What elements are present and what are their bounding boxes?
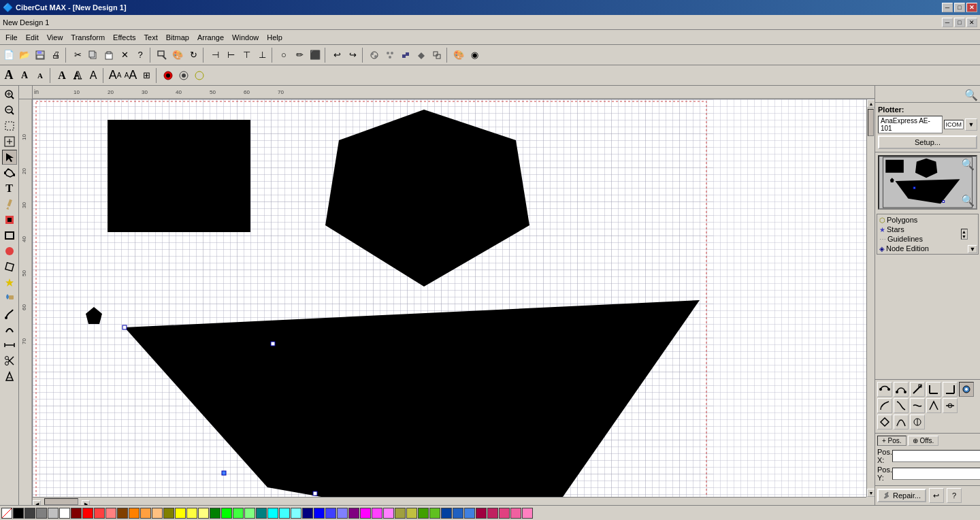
swatch-gray[interactable]	[36, 508, 47, 519]
swatch-olive[interactable]	[163, 508, 174, 519]
swatch-pale-green[interactable]	[244, 508, 255, 519]
text-tool[interactable]: T	[2, 181, 17, 196]
repair-button[interactable]: Repair...	[877, 489, 926, 502]
trim-btn[interactable]	[429, 48, 444, 63]
swatch-light-red[interactable]	[94, 508, 105, 519]
inner-close-button[interactable]: ✕	[966, 18, 977, 27]
zoom-full-tool[interactable]	[2, 134, 17, 149]
undo-btn[interactable]: ↩	[329, 48, 344, 63]
swatch-black[interactable]	[13, 508, 24, 519]
zoom-out-preview[interactable]: 🔍	[961, 194, 975, 207]
pos-x-input[interactable]	[892, 450, 980, 462]
swatch-blue[interactable]	[314, 508, 325, 519]
align-top[interactable]: ⊤	[239, 48, 254, 63]
new-btn[interactable]: 📄	[1, 48, 16, 63]
circle-btn[interactable]: ○	[276, 48, 291, 63]
paint-bucket-tool[interactable]	[2, 291, 17, 306]
plotter-dropdown-btn[interactable]: ▼	[965, 118, 977, 131]
swatch-pale-magenta[interactable]	[383, 508, 394, 519]
special-btn[interactable]: ◉	[467, 48, 482, 63]
setup-button[interactable]: Setup...	[878, 135, 977, 149]
color-btn[interactable]: 🎨	[170, 48, 185, 63]
swatch-teal[interactable]	[256, 508, 267, 519]
zoom-out-tool[interactable]	[2, 103, 17, 118]
redo-btn[interactable]: ↪	[345, 48, 360, 63]
hscroll-left[interactable]: ◀	[33, 500, 41, 505]
help-repair-btn[interactable]: ?	[947, 488, 962, 503]
swatch-brown[interactable]	[117, 508, 128, 519]
swatch-yellow-green2[interactable]	[406, 508, 417, 519]
text-A-sans[interactable]: A	[86, 68, 101, 83]
swatch-sky[interactable]	[464, 508, 475, 519]
text-size-large[interactable]: AA	[108, 68, 122, 83]
menu-view[interactable]: View	[43, 32, 67, 43]
swatch-light-orange[interactable]	[140, 508, 151, 519]
canvas-area[interactable]	[33, 99, 866, 497]
tree-item-polygons[interactable]: ⬡ Polygons	[878, 215, 961, 225]
combine-btn[interactable]	[398, 48, 413, 63]
menu-edit[interactable]: Edit	[22, 32, 43, 43]
swatch-cobalt2[interactable]	[453, 508, 463, 519]
menu-bitmap[interactable]: Bitmap	[162, 32, 193, 43]
swatch-orange[interactable]	[129, 508, 140, 519]
swatch-cyan[interactable]	[267, 508, 278, 519]
ungroup-btn[interactable]	[382, 48, 397, 63]
save-btn[interactable]	[33, 48, 48, 63]
color-swatch-none[interactable]	[1, 508, 12, 519]
vscroll-down[interactable]: ▼	[867, 489, 875, 497]
text-A-outline[interactable]: A	[70, 68, 85, 83]
swatch-light-yellow[interactable]	[186, 508, 197, 519]
align-right[interactable]: ⊢	[223, 48, 238, 63]
swatch-red[interactable]	[82, 508, 93, 519]
minimize-button[interactable]: ─	[942, 3, 953, 12]
contour3-btn[interactable]	[192, 68, 207, 83]
vscroll-up[interactable]: ▲	[867, 99, 875, 108]
pos-tab-pos[interactable]: + Pos.	[877, 436, 906, 446]
design-canvas[interactable]	[33, 99, 713, 497]
node-btn-13[interactable]	[894, 415, 909, 429]
node-tool[interactable]	[2, 165, 17, 180]
paste-btn[interactable]	[101, 48, 116, 63]
node-btn-10[interactable]	[926, 398, 941, 413]
color-palette-btn[interactable]: 🎨	[451, 48, 466, 63]
swatch-lime2[interactable]	[429, 508, 440, 519]
swatch-magenta[interactable]	[360, 508, 371, 519]
hscroll-right[interactable]: ▶	[82, 500, 90, 505]
swatch-dark-red[interactable]	[71, 508, 82, 519]
tree-item-node-edition[interactable]: ◈ Node Edition	[878, 244, 961, 253]
swatch-pale-cyan[interactable]	[291, 508, 301, 519]
node-btn-5[interactable]	[943, 382, 958, 397]
tree-dropdown[interactable]: ▼	[968, 245, 977, 253]
swatch-peach[interactable]	[152, 508, 163, 519]
swatch-pink[interactable]	[499, 508, 510, 519]
align-bottom[interactable]: ⊥	[255, 48, 270, 63]
menu-window[interactable]: Window	[228, 32, 263, 43]
zoom-in-right[interactable]: 🔍	[964, 87, 979, 102]
swatch-light-pink[interactable]	[522, 508, 533, 519]
rotate-btn[interactable]: ↻	[186, 48, 201, 63]
tree-scrollbar[interactable]: ▲ ▼	[961, 229, 968, 240]
grid-btn[interactable]: ⊞	[139, 68, 154, 83]
node-btn-1[interactable]	[877, 382, 892, 397]
polygon-tool[interactable]	[2, 259, 17, 274]
fill-btn[interactable]: ⬛	[308, 48, 323, 63]
font-A-small[interactable]: A	[33, 68, 48, 83]
canvas-inner[interactable]	[33, 99, 866, 497]
swatch-green[interactable]	[221, 508, 232, 519]
pen-btn[interactable]: ✏	[292, 48, 307, 63]
swatch-yellow-green[interactable]	[395, 508, 406, 519]
weld-tool[interactable]	[2, 369, 17, 384]
node-btn-2[interactable]	[894, 382, 909, 397]
tree-scroll-down[interactable]: ▼	[962, 234, 967, 239]
circle-tool[interactable]	[2, 244, 17, 259]
hscroll-thumb[interactable]	[44, 498, 78, 505]
tree-item-stars[interactable]: ★ Stars	[878, 225, 961, 234]
contour2-btn[interactable]	[176, 68, 191, 83]
node-btn-8[interactable]	[894, 398, 909, 413]
zoom-in-preview[interactable]: 🔍	[961, 158, 975, 171]
node-btn-9[interactable]	[910, 398, 925, 413]
swatch-dark-gray[interactable]	[24, 508, 35, 519]
contour-btn[interactable]	[161, 68, 176, 83]
group-btn[interactable]	[367, 48, 382, 63]
scissors-tool[interactable]	[2, 353, 17, 368]
